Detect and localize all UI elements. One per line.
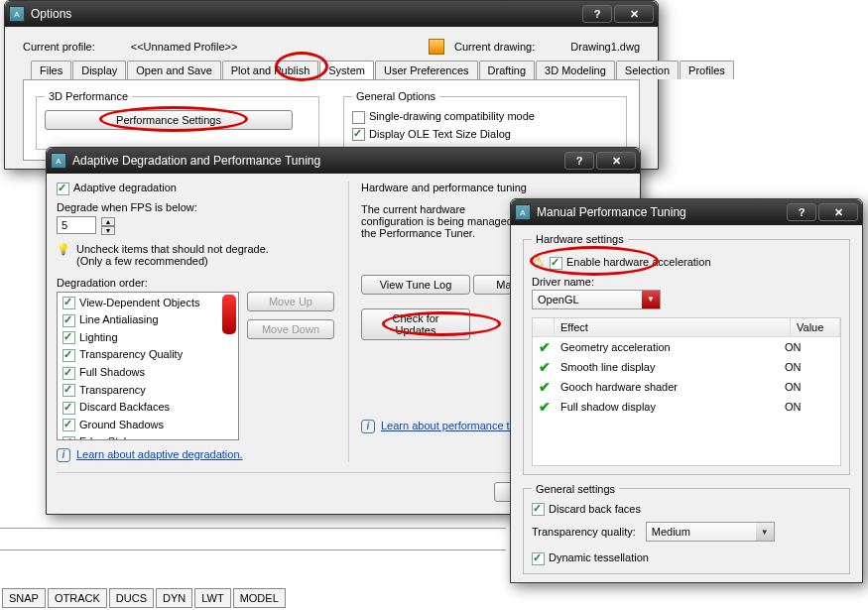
info-icon: i <box>361 420 375 433</box>
listbox-scrollbar[interactable] <box>222 295 236 334</box>
list-checkbox[interactable] <box>62 436 75 440</box>
check-icon: ✔ <box>539 359 560 375</box>
close-button[interactable]: ✕ <box>596 152 636 170</box>
effect-row[interactable]: ✔Full shadow displayON <box>533 397 840 417</box>
tab-user-preferences[interactable]: User Preferences <box>375 61 478 79</box>
list-checkbox[interactable] <box>62 384 75 397</box>
effect-name: Geometry acceleration <box>560 341 785 353</box>
effect-row[interactable]: ✔Smooth line displayON <box>533 357 840 377</box>
discard-backfaces-checkbox[interactable] <box>532 503 545 516</box>
check-updates-button[interactable]: Check for Updates <box>361 308 470 340</box>
help-button[interactable]: ? <box>564 152 594 170</box>
status-lwt[interactable]: LWT <box>194 588 230 608</box>
check-icon: ✔ <box>539 399 560 415</box>
list-checkbox[interactable] <box>62 419 75 431</box>
status-ducs[interactable]: DUCS <box>109 588 154 608</box>
group-general-legend: General Options <box>352 90 439 102</box>
status-bar: SNAP OTRACK DUCS DYN LWT MODEL <box>0 588 286 608</box>
effect-name: Gooch hardware shader <box>560 381 785 393</box>
help-button[interactable]: ? <box>787 203 816 221</box>
list-item-label: Transparency Quality <box>79 348 183 360</box>
group-general-settings: General settings Discard back faces Tran… <box>523 483 850 574</box>
effects-table[interactable]: Effect Value ✔Geometry accelerationON ✔S… <box>532 317 841 466</box>
list-checkbox[interactable] <box>62 367 75 380</box>
manual-title: Manual Performance Tuning <box>537 205 787 219</box>
learn-adaptive-link[interactable]: Learn about adaptive degradation. <box>76 448 243 460</box>
status-model[interactable]: MODEL <box>233 588 286 608</box>
group-3d-legend: 3D Performance <box>45 90 132 102</box>
tab-files[interactable]: Files <box>31 61 71 79</box>
status-dyn[interactable]: DYN <box>156 588 192 608</box>
drawing-icon <box>429 39 444 55</box>
tab-profiles[interactable]: Profiles <box>680 61 734 79</box>
chevron-down-icon: ▼ <box>642 291 660 308</box>
status-otrack[interactable]: OTRACK <box>48 588 107 608</box>
degradation-order-label: Degradation order: <box>57 277 334 289</box>
effect-row[interactable]: ✔Gooch hardware shaderON <box>533 377 840 397</box>
hardware-settings-legend: Hardware settings <box>532 233 628 245</box>
help-button[interactable]: ? <box>582 5 612 23</box>
tab-3d-modeling[interactable]: 3D Modeling <box>536 61 615 79</box>
adaptive-degradation-checkbox[interactable] <box>57 183 69 195</box>
adaptive-title: Adaptive Degradation and Performance Tun… <box>72 154 564 168</box>
manual-tuning-window: A Manual Performance Tuning ? ✕ Hardware… <box>510 198 863 583</box>
current-profile-label: Current profile: <box>23 41 95 53</box>
tab-plot-publish[interactable]: Plot and Publish <box>222 61 319 79</box>
driver-name-label: Driver name: <box>532 276 841 288</box>
list-checkbox[interactable] <box>62 297 75 309</box>
adaptive-titlebar[interactable]: A Adaptive Degradation and Performance T… <box>47 148 640 174</box>
single-drawing-label: Single-drawing compatibility mode <box>369 110 535 122</box>
chevron-down-icon: ▼ <box>756 523 774 541</box>
manual-titlebar[interactable]: A Manual Performance Tuning ? ✕ <box>511 199 862 225</box>
list-checkbox[interactable] <box>62 314 75 327</box>
dynamic-tess-label: Dynamic tessellation <box>549 551 649 563</box>
ole-text-checkbox[interactable] <box>352 128 365 141</box>
effect-name: Smooth line display <box>560 361 785 373</box>
view-tune-log-button[interactable]: View Tune Log <box>361 275 470 295</box>
close-button[interactable]: ✕ <box>818 203 858 221</box>
adaptive-degradation-label: Adaptive degradation <box>73 182 177 193</box>
fps-label: Degrade when FPS is below: <box>57 201 334 213</box>
list-item-label: View-Dependent Objects <box>79 297 199 308</box>
list-checkbox[interactable] <box>62 349 75 362</box>
list-checkbox[interactable] <box>62 402 75 415</box>
fps-up-button[interactable]: ▲ <box>101 217 115 226</box>
list-item-label: Ground Shadows <box>79 419 164 430</box>
move-up-button[interactable]: Move Up <box>247 292 334 311</box>
list-item-label: Line Antialiasing <box>79 313 159 325</box>
degradation-listbox[interactable]: View-Dependent Objects Line Antialiasing… <box>57 292 239 440</box>
close-button[interactable]: ✕ <box>614 5 654 23</box>
move-down-button[interactable]: Move Down <box>247 319 334 339</box>
enable-hw-label: Enable hardware acceleration <box>566 256 711 268</box>
enable-hw-checkbox[interactable] <box>550 257 562 270</box>
effect-name: Full shadow display <box>560 401 785 413</box>
options-tabs: Files Display Open and Save Plot and Pub… <box>31 61 648 79</box>
list-item-label: Transparency <box>79 384 146 396</box>
hw-tuning-heading: Hardware and performance tuning <box>361 182 630 193</box>
fps-down-button[interactable]: ▼ <box>101 226 115 235</box>
check-icon: ✔ <box>539 379 560 395</box>
tab-system[interactable]: System <box>319 61 374 79</box>
check-icon: ✔ <box>539 339 560 355</box>
list-item-label: Lighting <box>79 331 118 343</box>
app-icon: A <box>515 204 531 220</box>
performance-settings-button[interactable]: Performance Settings <box>45 110 293 130</box>
effect-row[interactable]: ✔Geometry accelerationON <box>533 337 840 357</box>
tab-open-save[interactable]: Open and Save <box>127 61 220 79</box>
general-settings-legend: General settings <box>532 483 619 495</box>
tab-selection[interactable]: Selection <box>616 61 679 79</box>
list-checkbox[interactable] <box>62 331 75 344</box>
transparency-value: Medium <box>647 526 756 538</box>
tab-display[interactable]: Display <box>72 61 126 79</box>
effect-value: ON <box>785 341 834 353</box>
status-snap[interactable]: SNAP <box>2 588 46 608</box>
list-item-label: Full Shadows <box>79 366 145 378</box>
transparency-select[interactable]: Medium ▼ <box>646 522 775 542</box>
fps-input[interactable]: 5 <box>57 216 96 234</box>
tab-drafting[interactable]: Drafting <box>479 61 536 79</box>
single-drawing-checkbox[interactable] <box>352 111 365 124</box>
driver-select[interactable]: OpenGL ▼ <box>532 290 661 309</box>
ole-text-label: Display OLE Text Size Dialog <box>369 128 511 140</box>
options-titlebar[interactable]: A Options ? ✕ <box>5 1 658 27</box>
dynamic-tess-checkbox[interactable] <box>532 552 545 565</box>
